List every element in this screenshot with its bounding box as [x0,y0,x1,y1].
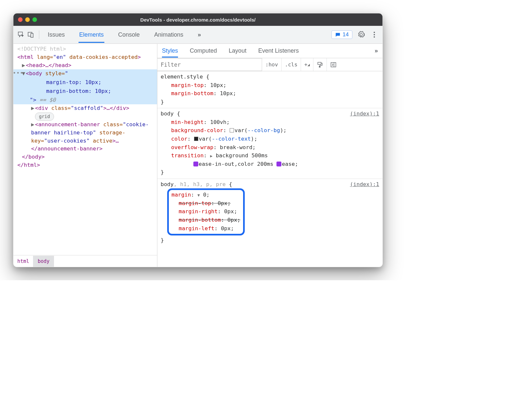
crumb-body[interactable]: body [33,256,54,267]
device-toolbar-icon[interactable] [26,30,36,40]
breadcrumb: html body [13,255,157,267]
dom-tree[interactable]: <!DOCTYPE html> <html lang="en" data-coo… [13,44,157,255]
disclosure-triangle-icon[interactable]: ▶ [210,154,212,158]
styles-panel: Styles Computed Layout Event Listeners »… [157,44,382,267]
cls-toggle[interactable]: .cls [282,58,301,71]
rule-body-etc[interactable]: (index):1 body, h1, h3, p, pre { margin:… [157,179,382,247]
bezier-icon[interactable] [193,162,198,166]
subtab-layout[interactable]: Layout [229,44,246,58]
window-title: DevTools - developer.chrome.com/docs/dev… [13,17,382,23]
paint-icon[interactable] [313,58,327,71]
dom-body-close: </body> [13,153,157,161]
svg-rect-6 [319,66,320,67]
source-link[interactable]: (index):1 [350,110,379,118]
elements-panel: <!DOCTYPE html> <html lang="en" data-coo… [13,44,157,267]
more-menu-icon[interactable] [370,30,379,39]
styles-rules: element.style { margin-top: 10px; margin… [157,71,382,267]
issues-count: 14 [343,31,349,38]
ellipsis-icon: ••• [13,69,24,78]
hov-toggle[interactable]: :hov [262,58,282,71]
main-toolbar: Issues Elements Console Animations » 14 [13,26,382,44]
subtabs-overflow-icon[interactable]: » [375,47,378,54]
tab-console[interactable]: Console [117,27,140,43]
tab-elements[interactable]: Elements [79,27,104,43]
color-swatch-icon[interactable] [230,128,234,132]
svg-rect-5 [318,62,321,64]
title-bar: DevTools - developer.chrome.com/docs/dev… [13,13,382,26]
svg-rect-7 [331,62,336,67]
dom-doctype: <!DOCTYPE html> [13,45,157,53]
disclosure-triangle-icon[interactable]: ▶ [22,61,26,70]
issues-badge[interactable]: 14 [331,30,352,39]
dom-head[interactable]: ▶<head>…</head> [13,61,157,70]
separator [39,30,39,39]
tab-issues[interactable]: Issues [47,27,65,43]
rule-element-style[interactable]: element.style { margin-top: 10px; margin… [157,71,382,108]
content-split: <!DOCTYPE html> <html lang="en" data-coo… [13,44,382,267]
subtab-event-listeners[interactable]: Event Listeners [258,44,299,58]
main-tabs: Issues Elements Console Animations » [47,27,331,43]
dom-body-selected[interactable]: ••• ▼<body style=" margin-top: 10px; mar… [13,69,157,104]
grid-badge[interactable]: grid [13,112,157,121]
tabs-overflow-icon[interactable]: » [197,27,202,43]
sub-tabs: Styles Computed Layout Event Listeners » [157,44,382,58]
inspect-element-icon[interactable] [16,30,26,40]
subtab-styles[interactable]: Styles [162,44,178,58]
svg-rect-1 [31,33,33,37]
highlighted-margin-box: margin: ▼ 0; margin-top: 0px; margin-rig… [167,188,245,235]
rule-body[interactable]: (index):1 body { min-height: 100vh; back… [157,108,382,179]
message-icon [335,32,341,38]
selector: element.style [161,74,203,80]
source-link[interactable]: (index):1 [350,180,379,189]
color-swatch-icon[interactable] [194,137,198,141]
crumb-html[interactable]: html [13,258,33,264]
new-rule-button[interactable]: +◢ [301,58,313,71]
filter-input[interactable] [157,58,262,71]
bezier-icon[interactable] [276,162,281,166]
dom-div-scaffold[interactable]: ▶<div class="scaffold">…</div> [13,104,157,112]
devtools-window: DevTools - developer.chrome.com/docs/dev… [13,13,383,267]
disclosure-triangle-icon[interactable]: ▼ [197,193,200,198]
computed-toggle-icon[interactable] [327,58,340,71]
disclosure-triangle-icon[interactable]: ▶ [31,121,35,129]
styles-filter-row: :hov .cls +◢ [157,58,382,71]
dom-announcement-banner[interactable]: ▶<announcement-banner class="cookie-bann… [13,121,157,153]
settings-gear-icon[interactable] [357,30,365,39]
svg-point-3 [374,34,375,35]
dom-html-close: </html> [13,161,157,169]
dom-html-open[interactable]: <html lang="en" data-cookies-accepted> [13,53,157,61]
selector: body [161,111,174,117]
tab-animations[interactable]: Animations [153,27,184,43]
svg-point-4 [374,36,375,38]
svg-point-2 [374,32,375,33]
disclosure-triangle-icon[interactable]: ▶ [31,104,35,112]
toolbar-right: 14 [331,30,379,39]
subtab-computed[interactable]: Computed [190,44,217,58]
